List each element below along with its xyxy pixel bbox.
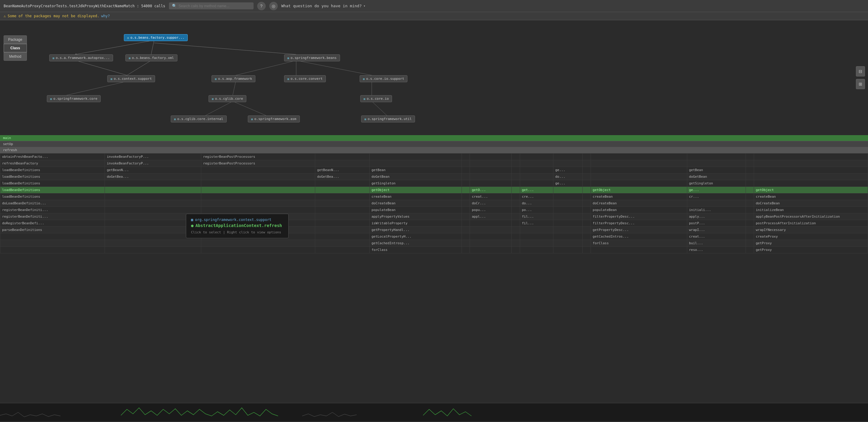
filter-button[interactable]: ⊟ (856, 66, 865, 77)
cell (553, 247, 583, 253)
cell (470, 233, 512, 240)
help-button[interactable]: ? (257, 2, 266, 10)
svg-line-8 (66, 81, 127, 95)
cell (315, 193, 370, 200)
graph-node-xml[interactable]: ▦ o.s.beans.factory.xml (125, 54, 178, 61)
table-row[interactable]: registerBeanDefiniti... populateBean pop… (0, 207, 868, 213)
package-icon: ▦ (215, 78, 216, 81)
tooltip-class-text: AbstractApplicationContext.refresh (195, 223, 282, 228)
table-row[interactable]: doLoadBeanDefinitio... doCreateBean doCr… (0, 200, 868, 207)
cell (470, 227, 512, 233)
svg-line-3 (127, 60, 151, 75)
graph-node-iosupp[interactable]: ▦ o.s.core.io.support (360, 75, 407, 82)
call-table-container[interactable]: obtainFreshBeanFacto... invokeBeanFactor… (0, 153, 868, 403)
grid-button[interactable]: ⊞ (856, 79, 865, 89)
cell (462, 220, 470, 227)
search-box[interactable]: 🔍 (169, 2, 254, 9)
method-view-button[interactable]: Method (4, 52, 27, 61)
node-label: o.s.core.convert (290, 77, 322, 81)
cell: buil... (687, 240, 746, 247)
package-icon: ▦ (129, 57, 130, 60)
cell: doGetBean (370, 174, 462, 180)
graph-node-context[interactable]: ▦ o.s.context.support (107, 75, 155, 82)
cell: filterPropertyDesc... (591, 213, 687, 220)
cell-highlighted: ge... (687, 187, 746, 193)
search-input[interactable] (179, 4, 239, 8)
graph-node-convert[interactable]: ▦ o.s.core.convert (284, 75, 326, 82)
table-row[interactable]: parseBeanDefinitions getPropertyHandl...… (0, 227, 868, 233)
cell (582, 207, 591, 213)
cell: getPropertyHandl... (370, 227, 462, 233)
table-row[interactable]: getCachedIntrosp... forClass buil... get… (0, 240, 868, 247)
cell (512, 160, 520, 167)
cell: ge... (553, 167, 583, 174)
cell (746, 180, 754, 187)
node-label: o.s.aop.framework (218, 77, 252, 81)
cell (201, 187, 315, 193)
table-row[interactable]: loadBeanDefinitions createBean creat... … (0, 193, 868, 200)
cell (582, 213, 591, 220)
cell: createBean (754, 193, 868, 200)
tooltip-pkg-text: org.springframework.context.support (195, 218, 271, 222)
class-view-button[interactable]: Class (4, 44, 27, 52)
cell (687, 160, 746, 167)
graph-node-util[interactable]: ▦ o.springframework.util (361, 116, 415, 122)
cell (591, 160, 687, 167)
question-label: What question do you have in mind? (281, 4, 362, 8)
cell: getSingleton (687, 180, 746, 187)
cell: popu... (470, 207, 512, 213)
cell (512, 233, 520, 240)
cell (462, 154, 470, 160)
cell (512, 200, 520, 207)
cell (470, 154, 512, 160)
topbar: BeanNameAutoProxyCreatorTests.testJdkPro… (0, 0, 868, 12)
warning-link[interactable]: why? (101, 14, 110, 18)
cell: populateBean (591, 207, 687, 213)
graph-node-suppor[interactable]: ▦ o.s.beans.factory.suppor... (124, 34, 188, 41)
cell: forClass (591, 240, 687, 247)
cell (105, 247, 201, 253)
cell (201, 167, 315, 174)
share-button[interactable]: ◎ (269, 2, 278, 10)
cell: registerBeanDefiniti... (0, 213, 105, 220)
cell (462, 200, 470, 207)
table-row[interactable]: registerBeanDefiniti... applyPropertyVal… (0, 213, 868, 220)
graph-node-sbeans[interactable]: ▦ o.springframework.beans (284, 54, 340, 61)
graph-node-score[interactable]: ▦ o.springframework.core (47, 95, 101, 102)
graph-node-coreio[interactable]: ▦ o.s.core.io (360, 95, 392, 102)
cell: doGetBea... (315, 174, 370, 180)
graph-node-cglib[interactable]: ▦ o.s.cglib.core (209, 95, 246, 102)
table-row[interactable]: loadBeanDefinitions getSingleton ge... g… (0, 180, 868, 187)
cell: do... (553, 174, 583, 180)
table-row[interactable]: getLocalPropertyH... getCachedIntros... … (0, 233, 868, 240)
table-row[interactable]: refreshBeanFactory invokeBeanFactoryP...… (0, 160, 868, 167)
table-row[interactable]: doRegisterBeanDefi... isWritableProperty… (0, 220, 868, 227)
cell: doGetBean (687, 174, 746, 180)
graph-node-asm[interactable]: ▦ o.springframework.asm (248, 116, 300, 122)
method-tooltip[interactable]: ▦ org.springframework.context.support ● … (186, 214, 289, 238)
cell (746, 154, 754, 160)
table-row[interactable]: loadBeanDefinitions getBeanN... getBeanN… (0, 167, 868, 174)
graph-node-cginternal[interactable]: ▦ o.s.cglib.core.internal (171, 116, 227, 122)
graph-node-autoprox[interactable]: ▦ o.s.a.framework.autoprox... (49, 54, 113, 61)
table-row[interactable]: loadBeanDefinitions doGetBea... doGetBea… (0, 174, 868, 180)
call-table: obtainFreshBeanFacto... invokeBeanFactor… (0, 153, 868, 253)
cell: doGetBea... (105, 174, 201, 180)
cell (553, 220, 583, 227)
warning-text: Some of the packages may not be displaye… (7, 14, 99, 18)
setup-thread-label: setUp (3, 142, 13, 146)
cell (591, 167, 687, 174)
cell (553, 207, 583, 213)
cell (687, 200, 746, 207)
package-view-button[interactable]: Package (4, 35, 27, 44)
tooltip-class: ● AbstractApplicationContext.refresh (191, 223, 283, 228)
cell (315, 200, 370, 207)
graph-node-aop[interactable]: ▦ o.s.aop.framework (212, 75, 255, 82)
cell: postProcessAfterInitialization (754, 220, 868, 227)
cell: isWritableProperty (370, 220, 462, 227)
question-area[interactable]: What question do you have in mind? ▾ (281, 4, 365, 8)
table-row[interactable]: forClass reso... getProxy (0, 247, 868, 253)
table-row[interactable]: obtainFreshBeanFacto... invokeBeanFactor… (0, 154, 868, 160)
table-row-highlighted[interactable]: loadBeanDefinitions getObject getO... ge… (0, 187, 868, 193)
cell (105, 187, 201, 193)
